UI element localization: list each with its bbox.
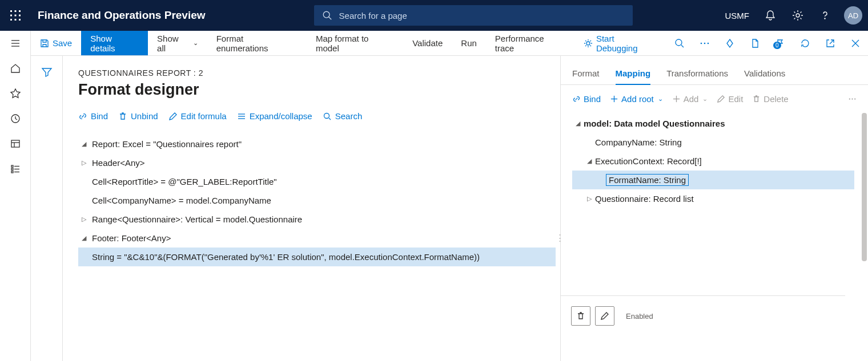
legal-entity[interactable]: USMF <box>720 11 756 21</box>
nav-recent[interactable] <box>0 106 31 131</box>
app-launcher[interactable] <box>0 0 31 31</box>
pencil-icon <box>168 112 178 121</box>
show-details-button[interactable]: Show details <box>81 31 148 55</box>
tree-search-button[interactable]: Search <box>323 111 363 121</box>
map-format-button[interactable]: Map format to model <box>307 31 403 55</box>
modules-icon <box>10 163 21 175</box>
page-icon <box>750 38 760 48</box>
more-commands[interactable] <box>692 38 717 48</box>
model-node-companyname[interactable]: CompanyName: String <box>572 133 854 152</box>
collapse-icon[interactable]: ◢ <box>78 234 90 242</box>
run-button[interactable]: Run <box>452 31 486 55</box>
svg-point-14 <box>676 39 682 46</box>
nav-favorites[interactable] <box>0 81 31 106</box>
svg-point-9 <box>323 11 329 18</box>
more-icon <box>700 38 710 48</box>
model-node-formatname[interactable]: FormatName: String <box>572 171 854 189</box>
tab-mapping[interactable]: Mapping <box>616 68 651 85</box>
expand-icon[interactable]: ▷ <box>78 159 90 167</box>
delete-details-button[interactable] <box>571 306 590 326</box>
svg-line-15 <box>681 45 684 47</box>
tree-node-footer[interactable]: ◢Footer: Footer<Any> <box>78 229 556 248</box>
bind-button[interactable]: Bind <box>78 111 108 121</box>
edit-button[interactable]: Edit <box>717 94 743 104</box>
popout[interactable] <box>818 38 843 48</box>
expand-icon[interactable]: ▷ <box>78 216 90 223</box>
messages[interactable]: 0 <box>767 38 793 48</box>
svg-point-44 <box>851 98 853 99</box>
format-enumerations-button[interactable]: Format enumerations <box>207 31 307 55</box>
validate-button[interactable]: Validate <box>403 31 452 55</box>
edit-formula-button[interactable]: Edit formula <box>168 111 227 121</box>
nav-workspaces[interactable] <box>0 131 31 156</box>
settings-button[interactable] <box>786 0 810 31</box>
mapping-pane: Format Mapping Transformations Validatio… <box>561 56 868 361</box>
svg-rect-29 <box>11 168 13 170</box>
search-command[interactable] <box>667 31 692 55</box>
add-button[interactable]: Add⌄ <box>672 94 708 104</box>
start-debugging-button[interactable]: Start Debugging <box>574 31 667 55</box>
home-icon <box>10 63 21 74</box>
edit-details-button[interactable] <box>595 306 614 326</box>
tab-format[interactable]: Format <box>572 68 600 84</box>
tree-node-header[interactable]: ▷Header<Any> <box>78 153 556 172</box>
nav-modules[interactable] <box>0 156 31 181</box>
save-button[interactable]: Save <box>31 31 81 55</box>
svg-rect-3 <box>10 15 12 17</box>
tree-node-range[interactable]: ▷Range<Questionnaire>: Vertical = model.… <box>78 210 556 229</box>
model-node-executioncontext[interactable]: ◢ExecutionContext: Record[!] <box>572 152 854 171</box>
user-avatar[interactable]: AD <box>844 6 862 25</box>
debug-icon <box>584 39 593 48</box>
model-node-questionnaire[interactable]: ▷Questionnaire: Record list <box>572 189 854 208</box>
nav-home[interactable] <box>0 56 31 81</box>
global-search[interactable]: Search for a page <box>314 5 633 26</box>
main-content: QUESTIONNAIRES REPORT : 2 Format designe… <box>63 56 868 361</box>
attachments[interactable] <box>742 38 767 48</box>
svg-point-11 <box>796 14 799 17</box>
tab-validations[interactable]: Validations <box>744 68 785 84</box>
collapse-icon[interactable]: ◢ <box>78 140 90 148</box>
app-title: Finance and Operations Preview <box>38 9 206 22</box>
scrollbar[interactable] <box>862 113 867 261</box>
unbind-button[interactable]: Unbind <box>118 111 158 121</box>
tab-transformations[interactable]: Transformations <box>666 68 728 84</box>
svg-rect-1 <box>15 10 17 12</box>
delete-button[interactable]: Delete <box>752 94 788 104</box>
message-badge: 0 <box>773 42 781 49</box>
bind-model-button[interactable]: Bind <box>572 94 601 104</box>
model-node-root[interactable]: ◢model: Data model Questionnaires <box>572 114 854 133</box>
plus-icon <box>610 95 618 103</box>
filter-icon <box>41 66 53 78</box>
notifications-button[interactable] <box>758 0 782 31</box>
trash-icon <box>118 112 127 121</box>
trash-icon <box>576 311 585 321</box>
refresh[interactable] <box>793 38 818 48</box>
performance-trace-button[interactable]: Performance trace <box>486 31 574 55</box>
nav-expand[interactable] <box>0 31 31 56</box>
svg-point-17 <box>704 42 706 44</box>
gear-icon <box>792 10 803 21</box>
tree-node-report[interactable]: ◢Report: Excel = "Questionnaires report" <box>78 135 556 153</box>
show-all-button[interactable]: Show all⌄ <box>148 31 207 55</box>
add-root-button[interactable]: Add root⌄ <box>610 94 663 104</box>
left-toolbar: Bind Unbind Edit formula Expand/collapse… <box>78 111 556 121</box>
command-bar: Save Show details Show all⌄ Format enume… <box>0 31 868 56</box>
tree-node-report-title[interactable]: Cell<ReportTitle> = @"GER_LABEL:ReportTi… <box>78 172 556 191</box>
filter-pane-toggle[interactable] <box>31 56 63 361</box>
svg-rect-30 <box>11 171 13 173</box>
svg-point-37 <box>324 113 329 118</box>
navigation-rail <box>0 31 31 361</box>
clock-icon <box>10 113 21 124</box>
help-icon <box>819 10 831 21</box>
link-icon <box>572 95 581 103</box>
more-button[interactable] <box>848 95 857 103</box>
office-addin[interactable] <box>717 38 742 48</box>
close[interactable] <box>843 38 868 48</box>
tree-node-company-name[interactable]: Cell<CompanyName> = model.CompanyName <box>78 191 556 210</box>
page-title: Format designer <box>78 81 556 99</box>
help-button[interactable] <box>813 0 837 31</box>
tree-node-string[interactable]: String = "&C&10"&(FORMAT("Generated by'%… <box>78 248 556 266</box>
trash-icon <box>752 95 761 103</box>
expand-collapse-button[interactable]: Expand/collapse <box>237 111 312 121</box>
svg-point-13 <box>586 42 590 45</box>
